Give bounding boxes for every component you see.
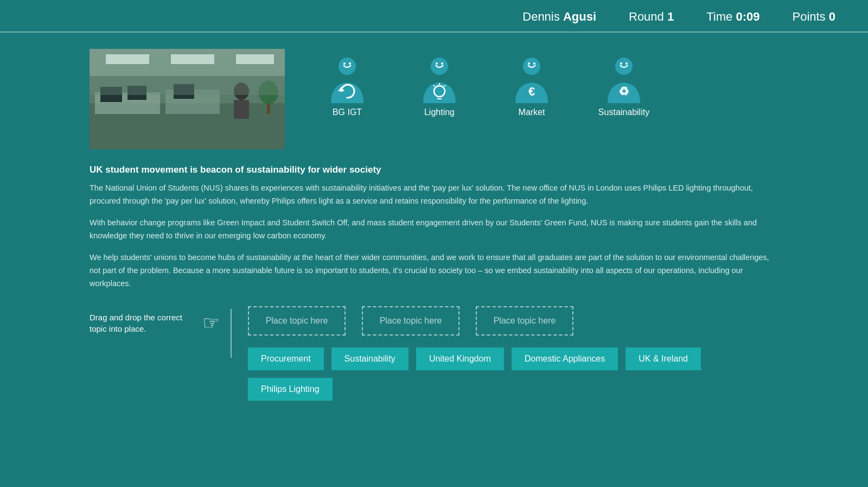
article-para-1: The National Union of Students (NUS) sha… (90, 182, 778, 208)
topic-btn-philips-lighting[interactable]: Philips Lighting (248, 378, 333, 401)
topic-btn-united-kingdom[interactable]: United Kingdom (416, 347, 504, 370)
user-name: Agusi (563, 10, 596, 23)
article-text: UK student movement is beacon of sustain… (90, 165, 778, 290)
drop-zone-1[interactable]: Place topic here (248, 306, 346, 336)
svg-rect-4 (236, 54, 274, 64)
drag-instruction: Drag and drop the correct topic into pla… (90, 312, 220, 334)
bg-igt-figure (323, 54, 372, 103)
svg-rect-2 (106, 54, 149, 64)
time-label: Time (706, 10, 732, 23)
svg-rect-14 (267, 103, 270, 114)
svg-point-29 (523, 58, 540, 75)
drop-zone-2[interactable]: Place topic here (362, 306, 459, 336)
topic-btn-sustainability[interactable]: Sustainability (331, 347, 409, 370)
main-content: BG IGT (0, 33, 868, 422)
bg-igt-label: BG IGT (333, 107, 362, 117)
svg-text:€: € (528, 85, 535, 98)
svg-line-28 (433, 85, 435, 86)
top-section: BG IGT (90, 49, 778, 149)
user-info: Dennis Agusi (522, 10, 596, 24)
header: Dennis Agusi Round 1 Time 0:09 Points 0 (0, 0, 868, 33)
drag-divider (231, 309, 232, 358)
topic-btn-domestic-appliances[interactable]: Domestic Appliances (512, 347, 618, 370)
svg-point-21 (436, 62, 438, 65)
svg-point-22 (441, 62, 443, 65)
svg-text:♻: ♻ (618, 85, 629, 98)
bottom-section: Drag and drop the correct topic into pla… (90, 306, 778, 401)
article-title: UK student movement is beacon of sustain… (90, 165, 778, 175)
topic-btn-uk-ireland[interactable]: UK & Ireland (626, 347, 701, 370)
round-label: Round (629, 10, 664, 23)
svg-line-27 (444, 85, 445, 86)
lighting-label: Lighting (424, 107, 455, 117)
svg-point-18 (349, 62, 351, 65)
round-value: 1 (667, 10, 674, 23)
icon-sustainability: ♻ Sustainability (594, 54, 654, 117)
icons-row: BG IGT (317, 49, 654, 117)
svg-point-34 (620, 62, 622, 65)
svg-point-16 (339, 58, 356, 75)
drop-zones: Place topic here Place topic here Place … (248, 306, 778, 336)
svg-rect-3 (171, 54, 214, 64)
lighting-figure (415, 54, 464, 103)
user-label: Dennis (522, 10, 559, 23)
sustainability-label: Sustainability (598, 107, 649, 117)
icon-bg-igt: BG IGT (317, 54, 377, 117)
svg-point-20 (431, 58, 448, 75)
time-info: Time 0:09 (706, 10, 760, 24)
market-label: Market (519, 107, 545, 117)
icon-lighting: Lighting (410, 54, 469, 117)
svg-point-33 (615, 58, 633, 75)
article-para-3: We help students' unions to become hubs … (90, 251, 778, 290)
svg-point-17 (343, 62, 346, 65)
drag-text: Drag and drop the correct topic into pla… (90, 312, 194, 334)
svg-point-30 (528, 62, 530, 65)
svg-rect-12 (234, 100, 249, 119)
article-para-2: With behavior change programs like Green… (90, 217, 778, 243)
points-info: Points 0 (792, 10, 835, 24)
svg-rect-15 (90, 76, 285, 95)
points-label: Points (792, 10, 825, 23)
round-info: Round 1 (629, 10, 674, 24)
points-value: 0 (829, 10, 835, 23)
svg-point-35 (626, 62, 628, 65)
time-value: 0:09 (736, 10, 760, 23)
topic-buttons: Procurement Sustainability United Kingdo… (248, 347, 778, 401)
article-body: The National Union of Students (NUS) sha… (90, 182, 778, 290)
svg-point-31 (533, 62, 535, 65)
sustainability-figure: ♻ (599, 54, 648, 103)
drop-zone-3[interactable]: Place topic here (476, 306, 573, 336)
market-figure: € (507, 54, 556, 103)
article-image (90, 49, 285, 149)
icon-market: € Market (502, 54, 561, 117)
right-section: Place topic here Place topic here Place … (248, 306, 778, 401)
topic-btn-procurement[interactable]: Procurement (248, 347, 324, 370)
drag-hand-icon: ☞ (202, 312, 220, 334)
